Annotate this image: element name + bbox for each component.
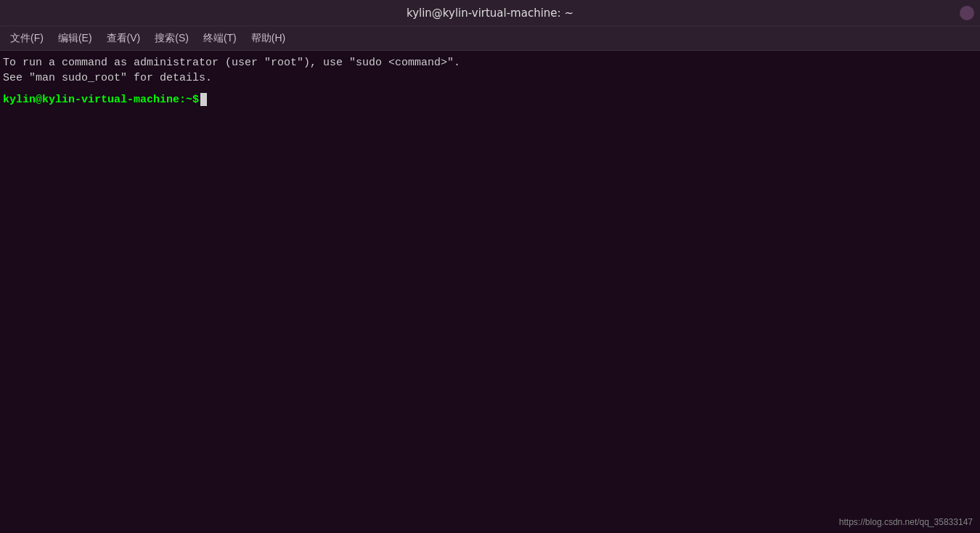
terminal-body[interactable]: To run a command as administrator (user … [0, 51, 980, 533]
window-title: kylin@kylin-virtual-machine: ~ [407, 7, 573, 20]
menu-search[interactable]: 搜索(S) [147, 29, 196, 48]
terminal-prompt-user: kylin@kylin-virtual-machine:~$ [3, 94, 199, 106]
menu-help[interactable]: 帮助(H) [244, 29, 293, 48]
terminal-prompt-line[interactable]: kylin@kylin-virtual-machine:~$ [3, 93, 977, 106]
menu-edit[interactable]: 编辑(E) [51, 29, 99, 48]
close-button[interactable] [960, 6, 974, 20]
menu-bar: 文件(F) 编辑(E) 查看(V) 搜索(S) 终端(T) 帮助(H) [0, 26, 980, 51]
menu-view[interactable]: 查看(V) [99, 29, 148, 48]
title-bar: kylin@kylin-virtual-machine: ~ [0, 0, 980, 26]
watermark: https://blog.csdn.net/qq_35833147 [839, 517, 973, 527]
menu-file[interactable]: 文件(F) [3, 29, 51, 48]
terminal-output-line1: To run a command as administrator (user … [3, 55, 977, 70]
terminal-output-line2: See "man sudo_root" for details. [3, 70, 977, 86]
menu-terminal[interactable]: 终端(T) [196, 29, 244, 48]
terminal-cursor [200, 93, 207, 106]
